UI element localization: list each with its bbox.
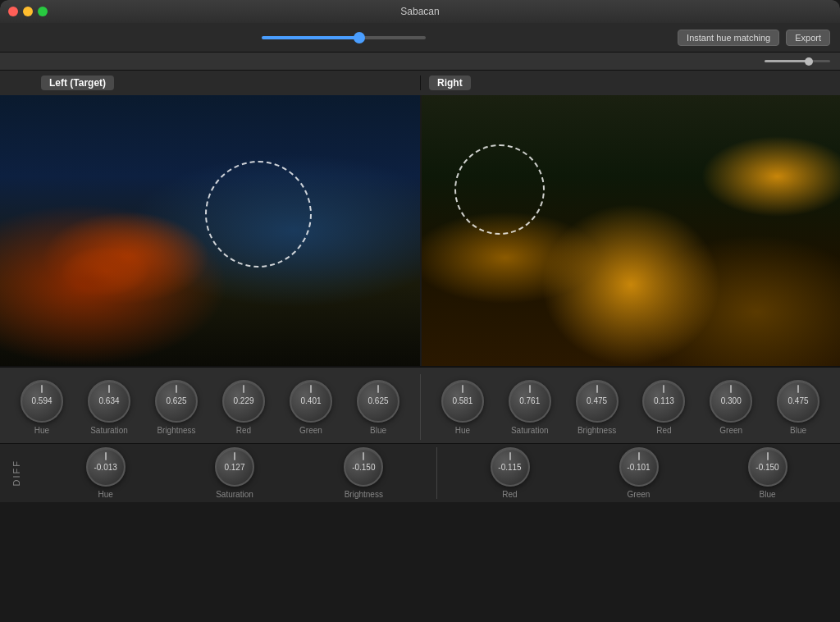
knob[interactable]: -0.013 — [86, 447, 126, 487]
knob[interactable]: -0.150 — [344, 447, 383, 487]
knob-label: Blue — [790, 426, 806, 435]
knob-value: 0.634 — [98, 396, 119, 405]
knob-value: 0.475 — [587, 396, 607, 405]
knobs-row: 0.594Hue0.634Saturation0.625Brightness0.… — [0, 374, 840, 440]
right-panel-header: Right — [420, 75, 840, 90]
knob-item[interactable]: 0.634Saturation — [88, 380, 130, 435]
knob-value: -0.115 — [498, 463, 521, 472]
knob-label: Green — [299, 426, 322, 435]
right-knobs-group: 0.581Hue0.761Saturation0.475Brightness0.… — [420, 374, 840, 440]
knob-label: Hue — [34, 426, 49, 435]
knob-item[interactable]: -0.013Hue — [86, 447, 126, 499]
knob[interactable]: 0.634 — [88, 380, 130, 423]
close-button[interactable] — [8, 7, 18, 16]
knob-label: Green — [719, 426, 742, 435]
knob[interactable]: 0.401 — [290, 380, 332, 423]
knob-value: -0.150 — [352, 463, 375, 472]
knob-item[interactable]: 0.475Brightness — [576, 380, 619, 435]
knob-label: Brightness — [345, 490, 383, 499]
knob-item[interactable]: 0.229Red — [222, 380, 265, 435]
knob-label: Hue — [98, 490, 112, 499]
knob-label: Hue — [455, 426, 470, 435]
knob[interactable]: 0.625 — [155, 380, 198, 423]
knob[interactable]: -0.150 — [748, 447, 788, 487]
right-image-panel[interactable] — [420, 95, 840, 366]
left-panel-header: Left (Target) — [0, 75, 420, 90]
knob[interactable]: 0.475 — [777, 380, 819, 423]
knob-item[interactable]: 0.581Hue — [441, 380, 484, 435]
knob-label: Blue — [759, 490, 775, 499]
knob[interactable]: 0.475 — [576, 380, 619, 423]
knob-value: -0.101 — [627, 463, 650, 472]
instant-hue-matching-button[interactable]: Instant hue matching — [678, 30, 779, 46]
left-panel-label: Left (Target) — [41, 75, 114, 90]
knob-item[interactable]: 0.625Blue — [357, 380, 399, 435]
knob[interactable]: 0.113 — [642, 380, 685, 423]
knob-value: 0.113 — [654, 396, 674, 405]
knob-label: Green — [628, 490, 651, 499]
diff-left-group: -0.013Hue0.127Saturation-0.150Brightness — [33, 447, 436, 499]
knob-label: Saturation — [216, 490, 253, 499]
knob-item[interactable]: 0.475Blue — [777, 380, 819, 435]
app-title: Sabacan — [400, 6, 439, 17]
knob-label: Red — [502, 490, 517, 499]
panels-header: Left (Target) Right — [0, 71, 840, 95]
traffic-lights — [8, 7, 48, 16]
diff-label: DIFF — [11, 460, 21, 486]
knob-label: Brightness — [578, 426, 616, 435]
knob-label: Saturation — [511, 426, 549, 435]
knob-value: -0.150 — [756, 463, 778, 472]
knob-item[interactable]: -0.150Brightness — [344, 447, 383, 499]
knob[interactable]: 0.625 — [357, 380, 399, 423]
knob-value: 0.229 — [233, 396, 253, 405]
minimize-button[interactable] — [23, 7, 33, 16]
knob[interactable]: 0.229 — [222, 380, 265, 423]
right-circle-selector — [454, 144, 545, 235]
knob-item[interactable]: 0.401Green — [290, 380, 332, 435]
title-bar: Sabacan — [0, 0, 840, 23]
left-image-panel[interactable] — [0, 95, 420, 366]
knob[interactable]: 0.300 — [710, 380, 752, 423]
right-panel-label: Right — [429, 75, 471, 90]
main-slider[interactable] — [262, 36, 426, 39]
secondary-slider[interactable] — [765, 60, 830, 62]
slider-row — [0, 53, 840, 71]
knob-label: Blue — [370, 426, 386, 435]
knob-value: 0.625 — [166, 396, 186, 405]
toolbar-right: Instant hue matching Export — [678, 30, 830, 46]
knob-value: -0.013 — [94, 463, 116, 472]
knob-item[interactable]: 0.625Brightness — [155, 380, 198, 435]
knob-item[interactable]: 0.594Hue — [21, 380, 63, 435]
knob-label: Red — [236, 426, 251, 435]
knob-item[interactable]: 0.761Saturation — [509, 380, 551, 435]
knob[interactable]: 0.127 — [215, 447, 254, 487]
knob-value: 0.581 — [452, 396, 472, 405]
knob[interactable]: 0.581 — [441, 380, 484, 423]
knob[interactable]: -0.101 — [619, 447, 659, 487]
knobs-area: 0.594Hue0.634Saturation0.625Brightness0.… — [0, 366, 840, 443]
knob-label: Brightness — [157, 426, 195, 435]
diff-label-wrap: DIFF — [0, 460, 33, 486]
export-button[interactable]: Export — [786, 30, 830, 46]
knob-value: 0.475 — [788, 396, 809, 405]
toolbar: Instant hue matching Export — [0, 23, 840, 53]
left-knobs-group: 0.594Hue0.634Saturation0.625Brightness0.… — [0, 374, 420, 440]
knob-item[interactable]: 0.300Green — [710, 380, 752, 435]
maximize-button[interactable] — [38, 7, 48, 16]
knob[interactable]: 0.761 — [509, 380, 551, 423]
knob[interactable]: -0.115 — [491, 447, 530, 487]
knob-item[interactable]: -0.101Green — [619, 447, 659, 499]
knob-item[interactable]: 0.113Red — [642, 380, 685, 435]
knob-item[interactable]: -0.150Blue — [748, 447, 788, 499]
knob-label: Saturation — [90, 426, 128, 435]
knob-item[interactable]: -0.115Red — [491, 447, 530, 499]
knob-value: 0.761 — [519, 396, 540, 405]
knob[interactable]: 0.594 — [21, 380, 63, 423]
knob-value: 0.127 — [224, 463, 244, 472]
left-circle-selector — [205, 161, 312, 268]
knob-label: Red — [656, 426, 671, 435]
images-area — [0, 95, 840, 366]
knob-value: 0.625 — [368, 396, 388, 405]
left-slider-wrap — [10, 36, 678, 39]
knob-item[interactable]: 0.127Saturation — [215, 447, 254, 499]
